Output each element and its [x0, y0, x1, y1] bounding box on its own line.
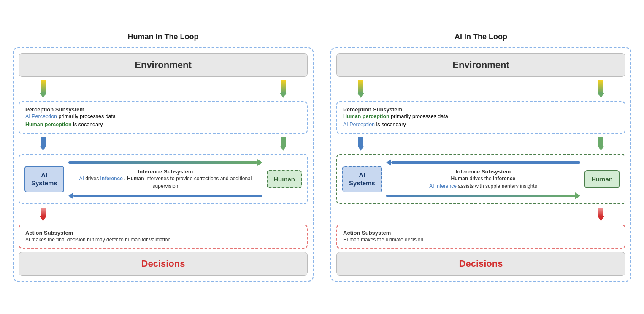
diagram2-environment: Environment — [336, 53, 625, 77]
diagram2-action-section: Action Subsystem Human makes the ultimat… — [336, 225, 625, 249]
diagram2-inference-middle: Inference Subsystem Human drives the inf… — [386, 159, 580, 199]
diagram1-human-perception-label: Human perception — [25, 122, 72, 127]
diagram2-human-perception-label: Human perception — [343, 114, 390, 119]
diagram2-perception-line2: AI Perception is secondary — [343, 121, 619, 129]
diagram1-ai-box: AISystems — [24, 166, 64, 192]
diagram1-environment: Environment — [19, 53, 308, 77]
diagram2-action-title: Action Subsystem — [343, 230, 619, 236]
diagram1-left-down-arrow — [40, 80, 46, 98]
diagram1-human-box: Human — [267, 170, 302, 189]
diagram1-green-down-arrow2 — [280, 137, 287, 151]
diagram2-green-down-arrow2 — [598, 137, 604, 151]
diagram2-perception-line1: Human perception primarily processes dat… — [343, 113, 619, 121]
ai-in-loop-diagram: AI In The Loop Environment Perception Su… — [330, 32, 631, 282]
diagram2-red-down-arrow — [598, 208, 604, 221]
diagram2-inference-title: Inference Subsystem — [429, 168, 537, 175]
diagram1-decisions: Decisions — [19, 252, 308, 276]
diagram1-inference-middle: Inference Subsystem AI drives inference … — [68, 159, 262, 199]
diagram2-left-down-arrow — [357, 80, 364, 98]
diagram2-human-box: Human — [584, 170, 620, 189]
diagram2-inference-section: AISystems Inference Subsystem Human driv… — [336, 154, 625, 204]
diagram1-inference-title: Inference Subsystem — [68, 168, 262, 175]
diagram2-outer-box: Environment Perception Subsystem Human p… — [330, 47, 631, 282]
diagram1-action-desc: AI makes the final decision but may defe… — [25, 236, 301, 244]
diagram2-perception-section: Perception Subsystem Human perception pr… — [336, 101, 625, 134]
diagram2-arrow-right — [386, 192, 580, 199]
diagram1-perception-text: Perception Subsystem AI Perception prima… — [25, 106, 301, 129]
diagram1-action-section: Action Subsystem AI makes the final deci… — [19, 225, 308, 249]
human-in-loop-diagram: Human In The Loop Environment Perception… — [13, 32, 314, 282]
diagram2-title: AI In The Loop — [455, 32, 507, 41]
diagram2-blue-down-arrow — [357, 137, 364, 151]
diagram1-arrow-right — [68, 159, 262, 166]
diagram1-red-down-arrow — [40, 208, 46, 221]
diagram1-action-text: Action Subsystem AI makes the final deci… — [25, 230, 301, 244]
diagram2-perception-title: Perception Subsystem — [343, 106, 619, 113]
diagram2-action-desc: Human makes the ultimate decision — [343, 236, 619, 244]
diagram1-action-title: Action Subsystem — [25, 230, 301, 236]
diagram1-outer-box: Environment Perception Subsystem AI Perc… — [13, 47, 314, 282]
diagram2-right-down-arrow — [598, 80, 604, 98]
diagram2-inference-desc: Human drives the inference AI Inference … — [429, 175, 537, 190]
diagram2-ai-perception-label: AI Perception — [343, 122, 375, 127]
diagram2-ai-box: AISystems — [342, 166, 382, 192]
diagram1-perception-title: Perception Subsystem — [25, 106, 301, 113]
diagram1-inference-desc: AI drives inference . Human intervenes t… — [68, 175, 262, 190]
diagram2-arrow-left — [386, 159, 580, 166]
diagram1-perception-section: Perception Subsystem AI Perception prima… — [19, 101, 308, 134]
diagram1-arrow-left — [68, 192, 262, 199]
diagram2-decisions: Decisions — [336, 252, 625, 276]
diagram1-inference-text: Inference Subsystem AI drives inference … — [68, 168, 262, 190]
diagram1-blue-down-arrow — [40, 137, 46, 151]
diagram2-perception-text: Perception Subsystem Human perception pr… — [343, 106, 619, 129]
diagram1-title: Human In The Loop — [128, 32, 199, 41]
diagram1-perception-line2: Human perception is secondary — [25, 121, 301, 129]
diagram1-ai-perception-label: AI Perception — [25, 114, 57, 119]
diagram2-inference-text: Inference Subsystem Human drives the inf… — [429, 168, 537, 190]
diagram2-action-text: Action Subsystem Human makes the ultimat… — [343, 230, 619, 244]
diagram1-perception-line1: AI Perception primarily processes data — [25, 113, 301, 121]
diagram1-inference-section: AISystems Inference Subsystem AI drives … — [19, 154, 308, 204]
diagram1-right-down-arrow — [280, 80, 287, 98]
